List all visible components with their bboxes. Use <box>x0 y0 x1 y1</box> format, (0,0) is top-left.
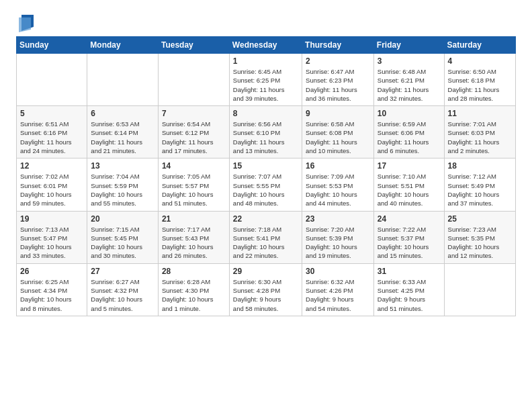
day-info: Sunrise: 6:59 AM Sunset: 6:06 PM Dayligh… <box>378 120 441 155</box>
day-info: Sunrise: 7:07 AM Sunset: 5:55 PM Dayligh… <box>233 172 298 208</box>
day-info: Sunrise: 7:04 AM Sunset: 5:59 PM Dayligh… <box>91 172 154 208</box>
calendar-cell: 15Sunrise: 7:07 AM Sunset: 5:55 PM Dayli… <box>229 158 302 211</box>
week-row-2: 5Sunrise: 6:51 AM Sunset: 6:16 PM Daylig… <box>17 106 516 158</box>
page: SundayMondayTuesdayWednesdayThursdayFrid… <box>0 0 532 330</box>
day-number: 27 <box>91 267 154 276</box>
day-info: Sunrise: 7:17 AM Sunset: 5:43 PM Dayligh… <box>162 225 226 261</box>
day-info: Sunrise: 6:48 AM Sunset: 6:21 PM Dayligh… <box>378 67 441 103</box>
day-number: 26 <box>20 267 83 276</box>
calendar-cell: 17Sunrise: 7:10 AM Sunset: 5:51 PM Dayli… <box>373 158 444 211</box>
day-number: 22 <box>233 214 298 224</box>
calendar-cell: 9Sunrise: 6:58 AM Sunset: 6:08 PM Daylig… <box>302 106 374 158</box>
day-number: 8 <box>233 109 298 118</box>
day-number: 19 <box>20 214 83 224</box>
day-number: 9 <box>306 109 370 118</box>
calendar-cell: 4Sunrise: 6:50 AM Sunset: 6:18 PM Daylig… <box>444 54 515 106</box>
day-number: 24 <box>378 214 441 224</box>
calendar-cell: 5Sunrise: 6:51 AM Sunset: 6:16 PM Daylig… <box>17 106 87 158</box>
weekday-header-thursday: Thursday <box>302 37 374 54</box>
day-info: Sunrise: 6:53 AM Sunset: 6:14 PM Dayligh… <box>91 120 154 155</box>
day-number: 14 <box>162 161 226 171</box>
day-number: 1 <box>233 56 298 66</box>
day-number: 25 <box>448 214 512 224</box>
weekday-header-row: SundayMondayTuesdayWednesdayThursdayFrid… <box>17 37 516 54</box>
day-number: 15 <box>233 161 298 171</box>
day-number: 30 <box>306 267 370 276</box>
calendar-cell: 7Sunrise: 6:54 AM Sunset: 6:12 PM Daylig… <box>158 106 229 158</box>
calendar-cell <box>158 54 229 106</box>
calendar-cell: 14Sunrise: 7:05 AM Sunset: 5:57 PM Dayli… <box>158 158 229 211</box>
calendar-cell: 20Sunrise: 7:15 AM Sunset: 5:45 PM Dayli… <box>87 211 159 263</box>
calendar-cell: 3Sunrise: 6:48 AM Sunset: 6:21 PM Daylig… <box>373 54 444 106</box>
calendar-cell: 29Sunrise: 6:30 AM Sunset: 4:28 PM Dayli… <box>229 263 302 316</box>
day-number: 5 <box>20 109 83 118</box>
day-info: Sunrise: 6:54 AM Sunset: 6:12 PM Dayligh… <box>162 120 226 155</box>
day-info: Sunrise: 6:28 AM Sunset: 4:30 PM Dayligh… <box>162 277 226 313</box>
calendar-cell: 6Sunrise: 6:53 AM Sunset: 6:14 PM Daylig… <box>87 106 159 158</box>
day-number: 23 <box>306 214 370 224</box>
day-info: Sunrise: 7:02 AM Sunset: 6:01 PM Dayligh… <box>20 172 83 208</box>
day-number: 13 <box>91 161 154 171</box>
day-number: 7 <box>162 109 226 118</box>
calendar-cell: 23Sunrise: 7:20 AM Sunset: 5:39 PM Dayli… <box>302 211 374 263</box>
weekday-header-sunday: Sunday <box>17 37 87 54</box>
day-info: Sunrise: 7:09 AM Sunset: 5:53 PM Dayligh… <box>306 172 370 208</box>
calendar-cell: 13Sunrise: 7:04 AM Sunset: 5:59 PM Dayli… <box>87 158 159 211</box>
day-number: 28 <box>162 267 226 276</box>
weekday-header-friday: Friday <box>373 37 444 54</box>
day-info: Sunrise: 7:01 AM Sunset: 6:03 PM Dayligh… <box>448 120 512 155</box>
day-info: Sunrise: 6:27 AM Sunset: 4:32 PM Dayligh… <box>91 277 154 313</box>
day-info: Sunrise: 6:50 AM Sunset: 6:18 PM Dayligh… <box>448 67 512 103</box>
week-row-5: 26Sunrise: 6:25 AM Sunset: 4:34 PM Dayli… <box>17 263 516 316</box>
day-info: Sunrise: 7:10 AM Sunset: 5:51 PM Dayligh… <box>378 172 441 208</box>
day-info: Sunrise: 6:25 AM Sunset: 4:34 PM Dayligh… <box>20 277 83 313</box>
day-info: Sunrise: 6:58 AM Sunset: 6:08 PM Dayligh… <box>306 120 370 155</box>
day-info: Sunrise: 6:45 AM Sunset: 6:25 PM Dayligh… <box>233 67 298 103</box>
calendar-cell <box>444 263 515 316</box>
day-info: Sunrise: 7:15 AM Sunset: 5:45 PM Dayligh… <box>91 225 154 261</box>
day-info: Sunrise: 7:23 AM Sunset: 5:35 PM Dayligh… <box>448 225 512 261</box>
week-row-4: 19Sunrise: 7:13 AM Sunset: 5:47 PM Dayli… <box>17 211 516 263</box>
calendar-cell: 21Sunrise: 7:17 AM Sunset: 5:43 PM Dayli… <box>158 211 229 263</box>
day-number: 17 <box>378 161 441 171</box>
week-row-1: 1Sunrise: 6:45 AM Sunset: 6:25 PM Daylig… <box>17 54 516 106</box>
calendar-cell: 24Sunrise: 7:22 AM Sunset: 5:37 PM Dayli… <box>373 211 444 263</box>
calendar-cell: 11Sunrise: 7:01 AM Sunset: 6:03 PM Dayli… <box>444 106 515 158</box>
calendar-cell: 12Sunrise: 7:02 AM Sunset: 6:01 PM Dayli… <box>17 158 87 211</box>
calendar-cell: 22Sunrise: 7:18 AM Sunset: 5:41 PM Dayli… <box>229 211 302 263</box>
day-number: 29 <box>233 267 298 276</box>
calendar-cell: 31Sunrise: 6:33 AM Sunset: 4:25 PM Dayli… <box>373 263 444 316</box>
calendar-cell: 1Sunrise: 6:45 AM Sunset: 6:25 PM Daylig… <box>229 54 302 106</box>
day-info: Sunrise: 7:20 AM Sunset: 5:39 PM Dayligh… <box>306 225 370 261</box>
day-number: 31 <box>378 267 441 276</box>
calendar-cell: 30Sunrise: 6:32 AM Sunset: 4:26 PM Dayli… <box>302 263 374 316</box>
day-number: 4 <box>448 56 512 66</box>
calendar-cell <box>87 54 159 106</box>
day-number: 10 <box>378 109 441 118</box>
weekday-header-wednesday: Wednesday <box>229 37 302 54</box>
calendar-cell: 18Sunrise: 7:12 AM Sunset: 5:49 PM Dayli… <box>444 158 515 211</box>
calendar-cell: 25Sunrise: 7:23 AM Sunset: 5:35 PM Dayli… <box>444 211 515 263</box>
day-info: Sunrise: 6:32 AM Sunset: 4:26 PM Dayligh… <box>306 277 370 313</box>
svg-marker-1 <box>19 17 31 32</box>
calendar-cell: 8Sunrise: 6:56 AM Sunset: 6:10 PM Daylig… <box>229 106 302 158</box>
calendar-cell <box>17 54 87 106</box>
day-info: Sunrise: 6:30 AM Sunset: 4:28 PM Dayligh… <box>233 277 298 313</box>
calendar: SundayMondayTuesdayWednesdayThursdayFrid… <box>16 36 516 316</box>
day-number: 3 <box>378 56 441 66</box>
day-info: Sunrise: 6:33 AM Sunset: 4:25 PM Dayligh… <box>378 277 441 313</box>
day-info: Sunrise: 7:05 AM Sunset: 5:57 PM Dayligh… <box>162 172 226 208</box>
calendar-cell: 16Sunrise: 7:09 AM Sunset: 5:53 PM Dayli… <box>302 158 374 211</box>
day-number: 21 <box>162 214 226 224</box>
day-number: 18 <box>448 161 512 171</box>
weekday-header-monday: Monday <box>87 37 159 54</box>
day-number: 2 <box>306 56 370 66</box>
day-info: Sunrise: 7:22 AM Sunset: 5:37 PM Dayligh… <box>378 225 441 261</box>
header <box>16 13 516 32</box>
day-info: Sunrise: 6:51 AM Sunset: 6:16 PM Dayligh… <box>20 120 83 155</box>
calendar-cell: 27Sunrise: 6:27 AM Sunset: 4:32 PM Dayli… <box>87 263 159 316</box>
calendar-cell: 26Sunrise: 6:25 AM Sunset: 4:34 PM Dayli… <box>17 263 87 316</box>
logo <box>16 13 34 32</box>
day-info: Sunrise: 7:12 AM Sunset: 5:49 PM Dayligh… <box>448 172 512 208</box>
weekday-header-tuesday: Tuesday <box>158 37 229 54</box>
